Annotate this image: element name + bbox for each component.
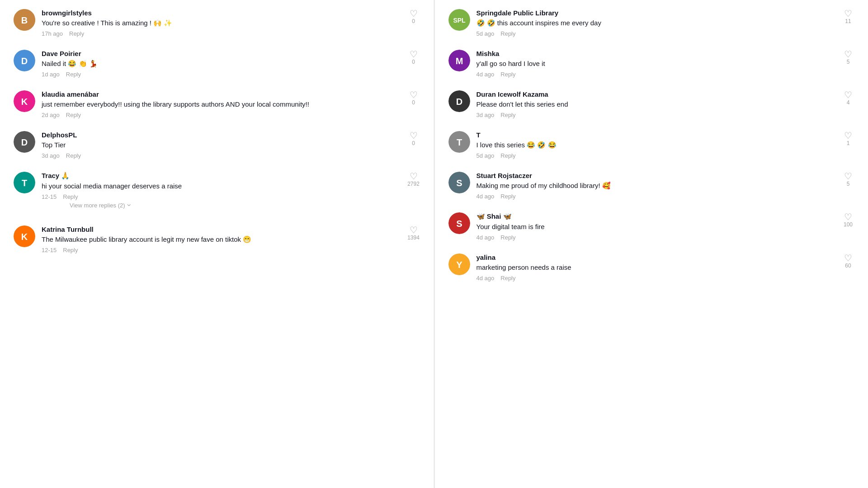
- comment-meta: 12-15 Reply: [42, 193, 400, 200]
- like-section: ♡ 11: [842, 9, 854, 24]
- like-count: 5: [847, 181, 850, 187]
- heart-icon[interactable]: ♡: [844, 50, 852, 59]
- heart-icon[interactable]: ♡: [844, 9, 852, 18]
- comment-item: Y yalina marketing person needs a raise …: [448, 253, 855, 282]
- reply-button[interactable]: Reply: [500, 71, 515, 78]
- like-count: 0: [412, 59, 415, 65]
- comment-item: S 🦋 Shai 🦋 Your digital team is fire 4d …: [448, 212, 855, 241]
- comment-body: browngirlstyles You're so creative ! Thi…: [42, 9, 400, 37]
- reply-button[interactable]: Reply: [66, 71, 81, 78]
- comment-item: D Duran Icewolf Kazama Please don't let …: [448, 90, 855, 118]
- svg-text:D: D: [456, 97, 462, 107]
- avatar: D: [14, 50, 35, 71]
- comment-item: T Tracy 🙏 hi your social media manager d…: [14, 172, 420, 213]
- username: DelphosPL: [42, 131, 400, 139]
- username: Mishka: [476, 50, 835, 57]
- comment-item: K Katrina Turnbull The Milwaukee public …: [14, 225, 420, 253]
- reply-button[interactable]: Reply: [63, 193, 78, 200]
- comment-body: Dave Poirier Nailed it 😂 👏 💃 1d ago Repl…: [42, 50, 400, 78]
- like-section: ♡ 100: [842, 212, 854, 228]
- timestamp: 5d ago: [476, 30, 495, 37]
- username: yalina: [476, 253, 835, 261]
- heart-icon[interactable]: ♡: [410, 90, 418, 99]
- heart-icon[interactable]: ♡: [410, 131, 418, 140]
- svg-text:S: S: [456, 178, 462, 188]
- like-count: 5: [847, 59, 850, 65]
- comment-text: You're so creative ! This is amazing ! 🙌…: [42, 18, 400, 28]
- username: 🦋 Shai 🦋: [476, 212, 835, 221]
- like-section: ♡ 5: [842, 172, 854, 187]
- like-count: 0: [412, 99, 415, 106]
- comment-body: Mishka y'all go so hard I love it 4d ago…: [476, 50, 835, 78]
- like-count: 1394: [407, 235, 420, 241]
- heart-icon[interactable]: ♡: [844, 172, 852, 181]
- like-section: ♡ 60: [842, 253, 854, 269]
- timestamp: 17h ago: [42, 30, 63, 37]
- heart-icon[interactable]: ♡: [844, 253, 852, 263]
- heart-icon[interactable]: ♡: [844, 131, 852, 140]
- comment-item: M Mishka y'all go so hard I love it 4d a…: [448, 50, 855, 78]
- like-section: ♡ 1394: [407, 225, 420, 241]
- reply-button[interactable]: Reply: [69, 30, 84, 37]
- like-section: ♡ 0: [407, 50, 420, 65]
- like-count: 0: [412, 140, 415, 146]
- heart-icon[interactable]: ♡: [844, 212, 852, 221]
- avatar: Y: [448, 253, 470, 275]
- reply-button[interactable]: Reply: [500, 193, 515, 200]
- comment-item: D Dave Poirier Nailed it 😂 👏 💃 1d ago Re…: [14, 50, 420, 78]
- reply-button[interactable]: Reply: [500, 152, 515, 159]
- comments-wrapper: B browngirlstyles You're so creative ! T…: [0, 0, 868, 488]
- comment-text: 🤣 🤣 this account inspires me every day: [476, 18, 835, 28]
- comment-text: Your digital team is fire: [476, 222, 835, 231]
- comment-text: Please don't let this series end: [476, 99, 835, 109]
- comment-meta: 2d ago Reply: [42, 112, 400, 118]
- comment-meta: 1d ago Reply: [42, 71, 400, 78]
- timestamp: 12-15: [42, 247, 57, 253]
- comment-meta: 4d ago Reply: [476, 193, 835, 200]
- comment-meta: 5d ago Reply: [476, 30, 835, 37]
- reply-button[interactable]: Reply: [500, 275, 515, 282]
- comment-item: K klaudia amenábar just remember everybo…: [14, 90, 420, 118]
- timestamp: 2d ago: [42, 112, 60, 118]
- reply-button[interactable]: Reply: [66, 152, 81, 159]
- avatar: T: [14, 172, 35, 193]
- comment-meta: 3d ago Reply: [42, 152, 400, 159]
- comment-text: Nailed it 😂 👏 💃: [42, 59, 400, 68]
- comment-item: D DelphosPL Top Tier 3d ago Reply ♡ 0: [14, 131, 420, 159]
- heart-icon[interactable]: ♡: [410, 225, 418, 235]
- username: browngirlstyles: [42, 9, 400, 17]
- timestamp: 4d ago: [476, 71, 495, 78]
- svg-text:M: M: [455, 56, 463, 66]
- comment-meta: 4d ago Reply: [476, 234, 835, 241]
- like-section: ♡ 5: [842, 50, 854, 65]
- comment-meta: 5d ago Reply: [476, 152, 835, 159]
- like-count: 1: [847, 140, 850, 146]
- comment-body: DelphosPL Top Tier 3d ago Reply: [42, 131, 400, 159]
- comment-body: klaudia amenábar just remember everybody…: [42, 90, 400, 118]
- reply-button[interactable]: Reply: [500, 112, 515, 118]
- comment-meta: 3d ago Reply: [476, 112, 835, 118]
- like-count: 60: [845, 263, 851, 269]
- reply-button[interactable]: Reply: [66, 112, 81, 118]
- heart-icon[interactable]: ♡: [410, 172, 418, 181]
- comment-text: Top Tier: [42, 140, 400, 150]
- view-more-replies[interactable]: View more replies (2) ›: [42, 201, 400, 209]
- avatar: K: [14, 225, 35, 247]
- heart-icon[interactable]: ♡: [844, 90, 852, 99]
- reply-button[interactable]: Reply: [500, 30, 515, 37]
- comment-item: T T I love this series 😂 🤣 😂 5d ago Repl…: [448, 131, 855, 159]
- timestamp: 4d ago: [476, 234, 495, 241]
- svg-text:T: T: [22, 178, 27, 188]
- heart-icon[interactable]: ♡: [410, 50, 418, 59]
- reply-button[interactable]: Reply: [500, 234, 515, 241]
- heart-icon[interactable]: ♡: [410, 9, 418, 18]
- svg-text:B: B: [21, 15, 28, 25]
- like-count: 2792: [407, 181, 420, 187]
- reply-button[interactable]: Reply: [63, 247, 78, 253]
- svg-text:T: T: [456, 137, 462, 147]
- comment-text: The Milwaukee public library account is …: [42, 235, 400, 244]
- username: klaudia amenábar: [42, 90, 400, 98]
- avatar: SPL: [448, 9, 470, 31]
- svg-text:SPL: SPL: [453, 17, 466, 24]
- comment-text: y'all go so hard I love it: [476, 59, 835, 68]
